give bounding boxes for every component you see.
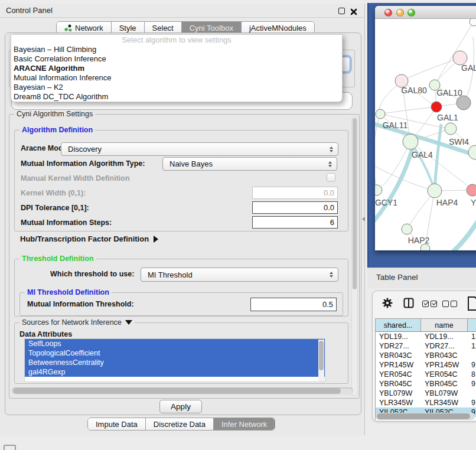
tab-style[interactable]: Style	[112, 22, 145, 34]
hub-definition-disclosure[interactable]: Hub/Transcription Factor Definition	[20, 234, 158, 243]
disclosure-arrow-icon	[154, 236, 158, 243]
network-node[interactable]	[402, 224, 412, 234]
minimized-panel-icon[interactable]	[4, 445, 16, 450]
table-row[interactable]: YBL079WYBL079W	[376, 389, 476, 398]
mi-threshold-definition-group: MI Threshold Definition Mutual Informati…	[19, 292, 343, 316]
table-horizontal-scrollbar[interactable]	[376, 413, 475, 420]
clear-all-checks-icon[interactable]	[442, 301, 449, 307]
table-row[interactable]: YBR045CYBR045C9.	[376, 379, 476, 389]
tab-jactivemnodules[interactable]: jActiveMNodules	[242, 22, 314, 34]
close-traffic-light[interactable]	[384, 9, 392, 17]
dpi-tolerance-input[interactable]: 0.0	[252, 201, 338, 214]
network-node[interactable]	[431, 102, 442, 112]
network-node[interactable]	[375, 185, 382, 195]
kernel-width-label: Kernel Width (0,1):	[21, 189, 86, 197]
algorithm-option[interactable]: Basic Correlation Inference	[11, 54, 342, 64]
network-node[interactable]	[467, 184, 476, 196]
tab-cyni-toolbox[interactable]: Cyni Toolbox	[182, 22, 242, 34]
combo-arrows-icon	[330, 272, 333, 278]
scrollbar-thumb[interactable]	[319, 341, 324, 370]
mi-threshold-input[interactable]: 0.5	[250, 298, 337, 311]
network-node[interactable]	[470, 19, 476, 26]
network-view-window: GALGAL80GAL10GAL1GAL11SWI4GAL4GCY1HAP4YH…	[375, 6, 476, 250]
table-row[interactable]: YLR345WYLR345W9.	[376, 398, 476, 407]
combo-arrows-icon	[328, 161, 332, 167]
table-cell: 9.	[468, 379, 476, 389]
panel-splitter-handle[interactable]	[362, 217, 365, 221]
sources-disclosure[interactable]: Sources for Network Inference	[19, 318, 135, 327]
table-row[interactable]: YDR27...YDR27...12	[376, 341, 476, 351]
hub-definition-label: Hub/Transcription Factor Definition	[20, 234, 149, 243]
tab-network[interactable]: Network	[57, 22, 112, 34]
which-threshold-select[interactable]: MI Threshold	[141, 268, 338, 282]
gear-icon[interactable]	[382, 298, 393, 308]
algorithm-option[interactable]: Bayesian – K2	[11, 83, 342, 92]
scrollbar-thumb[interactable]	[13, 388, 341, 394]
table-cell: YPR145W	[376, 360, 421, 370]
combo-arrows-icon	[330, 146, 333, 152]
minimize-traffic-light[interactable]	[396, 9, 404, 17]
document-icon[interactable]	[467, 296, 476, 311]
select-all-checks-icon[interactable]	[422, 301, 429, 307]
mi-algorithm-value: Naive Bayes	[169, 159, 213, 168]
table-row[interactable]: YER054CYER054C8.	[376, 370, 476, 379]
tab-label: Discretize Data	[154, 420, 206, 429]
network-node[interactable]	[428, 184, 442, 198]
which-threshold-label: Which threshold to use:	[50, 270, 134, 278]
data-attribute-item[interactable]: TopologicalCoefficient	[25, 348, 325, 358]
close-window-icon[interactable]	[350, 7, 357, 14]
column-header[interactable]: name	[421, 319, 468, 331]
algorithm-option[interactable]: Dream8 DC_TDC Algorithm	[11, 92, 342, 102]
select-all-checks-icon[interactable]	[431, 301, 437, 307]
table-cell: YBL079W	[376, 389, 421, 398]
network-node[interactable]	[376, 109, 385, 119]
network-node[interactable]	[468, 145, 476, 159]
control-panel-titlebar: Control Panel	[0, 4, 364, 18]
network-node[interactable]	[403, 134, 418, 149]
column-header[interactable]: shared...	[376, 319, 421, 331]
table-panel-bar: Table Panel	[367, 268, 476, 288]
tab-label: jActiveMNodules	[249, 24, 307, 32]
network-node[interactable]	[445, 123, 457, 135]
float-window-icon[interactable]	[338, 8, 345, 14]
tab-select[interactable]: Select	[145, 22, 182, 34]
network-node-label: SWI4	[449, 137, 469, 146]
settings-horizontal-scrollbar[interactable]	[12, 387, 353, 394]
network-node[interactable]	[457, 96, 471, 110]
table-cell: YER054C	[376, 370, 421, 379]
network-node-label: HAP2	[408, 236, 430, 245]
manual-kernel-checkbox	[327, 173, 335, 182]
algorithm-dropdown-popup: Select algorithm to view settings Bayesi…	[11, 34, 343, 102]
scrollbar-thumb[interactable]	[353, 118, 357, 289]
clear-all-checks-icon[interactable]	[451, 301, 457, 307]
table-row[interactable]: YDL19...YDL19...13	[376, 332, 476, 341]
node-table: shared...nameA YDL19...YDL19...13YDR27..…	[375, 318, 476, 420]
mi-algorithm-select[interactable]: Naive Bayes	[162, 157, 337, 171]
data-attribute-item[interactable]: BetweennessCentrality	[25, 358, 325, 367]
network-canvas[interactable]: GALGAL80GAL10GAL1GAL11SWI4GAL4GCY1HAP4YH…	[375, 19, 476, 250]
data-attribute-item[interactable]: SelfLoops	[25, 339, 325, 348]
algorithm-option[interactable]: Mutual Information Inference	[11, 73, 342, 83]
mi-steps-input[interactable]: 6	[252, 216, 338, 229]
scrollbar-thumb[interactable]	[377, 413, 470, 419]
table-cell: 8.	[468, 370, 476, 379]
cyni-algorithm-settings-group: Cyni Algorithm Settings Algorithm Defini…	[9, 114, 360, 399]
columns-icon[interactable]	[403, 298, 414, 308]
table-cell: YBL079W	[421, 389, 468, 398]
table-row[interactable]: YBR043CYBR043C	[376, 351, 476, 360]
list-vertical-scrollbar[interactable]	[318, 340, 324, 382]
settings-vertical-scrollbar[interactable]	[351, 116, 358, 396]
apply-button[interactable]: Apply	[159, 400, 202, 413]
aracne-mode-select[interactable]: Discovery	[61, 142, 338, 156]
column-header[interactable]: A	[468, 319, 476, 331]
algorithm-option[interactable]: Bayesian – Hill Climbing	[11, 45, 342, 54]
zoom-traffic-light[interactable]	[407, 9, 415, 17]
tab-infer-network[interactable]: Infer Network	[214, 418, 275, 430]
table-cell	[468, 389, 476, 398]
tab-discretize-data[interactable]: Discretize Data	[146, 418, 214, 430]
table-row[interactable]: YPR145WYPR145W9.	[376, 360, 476, 370]
network-node-label: GAL11	[383, 120, 408, 130]
algorithm-option[interactable]: ARACNE Algorithm	[11, 64, 342, 73]
tab-impute-data[interactable]: Impute Data	[88, 418, 146, 430]
data-attribute-item[interactable]: gal4RGexp	[25, 367, 325, 377]
